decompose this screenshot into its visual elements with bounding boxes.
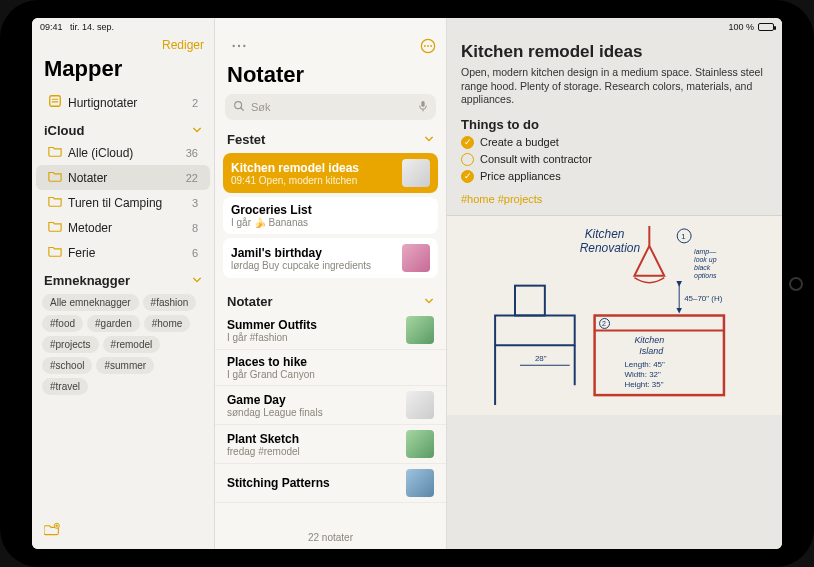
tag-pill[interactable]: #garden: [87, 315, 140, 332]
search-input[interactable]: Søk: [225, 94, 436, 120]
svg-text:Renovation: Renovation: [580, 241, 641, 255]
pinned-note[interactable]: Jamil's birthday lørdag Buy cupcake ingr…: [223, 238, 438, 278]
pinned-header[interactable]: Festet: [215, 126, 446, 149]
note-item-title: Game Day: [227, 393, 400, 407]
quicknotes-label: Hurtignotater: [68, 96, 186, 110]
svg-rect-1: [50, 96, 61, 107]
more-button[interactable]: [420, 38, 436, 58]
quicknotes-folder[interactable]: Hurtignotater 2: [36, 90, 210, 115]
folder-icon: [48, 144, 62, 161]
checkbox-icon[interactable]: [461, 153, 474, 166]
note-thumbnail: [406, 316, 434, 344]
todo-item[interactable]: Create a budget: [461, 136, 768, 149]
folder-label: Turen til Camping: [68, 196, 186, 210]
folder-label: Ferie: [68, 246, 186, 260]
note-thumbnail: [406, 469, 434, 497]
sidebar-folder[interactable]: Notater 22: [36, 165, 210, 190]
svg-text:Island: Island: [639, 346, 664, 356]
search-placeholder: Søk: [251, 101, 412, 113]
status-time: 09:41: [40, 22, 63, 32]
chevron-down-icon: [192, 273, 202, 288]
tag-pill[interactable]: #summer: [96, 357, 154, 374]
note-item-title: Groceries List: [231, 203, 430, 217]
svg-rect-11: [421, 101, 424, 107]
new-folder-button[interactable]: [44, 523, 60, 540]
tag-pill[interactable]: #food: [42, 315, 83, 332]
tag-pill[interactable]: #home: [144, 315, 191, 332]
notes-list-column: Notater Søk Festet Kitchen remodel ideas…: [215, 18, 447, 549]
sidebar-folder[interactable]: Turen til Camping 3: [36, 190, 210, 215]
svg-text:28": 28": [535, 354, 547, 363]
note-item[interactable]: Places to hike I går Grand Canyon: [215, 350, 446, 386]
note-subheading[interactable]: Things to do: [461, 117, 768, 132]
svg-text:lamp—: lamp—: [694, 248, 716, 256]
note-sketch[interactable]: Kitchen Renovation 1 lamp— look up black…: [447, 215, 782, 415]
tags-header: Emneknagger: [44, 273, 130, 288]
note-item-subtitle: søndag League finals: [227, 407, 400, 418]
section-label: iCloud: [44, 123, 84, 138]
chevron-down-icon: [424, 294, 434, 309]
folder-count: 36: [186, 147, 198, 159]
tag-pill[interactable]: #projects: [42, 336, 99, 353]
svg-point-4: [238, 45, 240, 47]
sidebar-folder[interactable]: Alle (iCloud) 36: [36, 140, 210, 165]
checkbox-icon[interactable]: [461, 170, 474, 183]
notes-label: Notater: [227, 294, 273, 309]
notes-header[interactable]: Notater: [215, 288, 446, 311]
svg-text:options: options: [694, 272, 717, 280]
svg-point-8: [427, 45, 429, 47]
folder-icon: [48, 169, 62, 186]
sidebar-title: Mapper: [32, 54, 214, 90]
section-icloud[interactable]: iCloud: [32, 115, 214, 140]
chevron-down-icon: [192, 123, 202, 138]
note-item-title: Kitchen remodel ideas: [231, 161, 396, 175]
quicknotes-count: 2: [192, 97, 198, 109]
pinned-note[interactable]: Kitchen remodel ideas 09:41 Open, modern…: [223, 153, 438, 193]
tag-pill[interactable]: #fashion: [143, 294, 197, 311]
todo-item[interactable]: Consult with contractor: [461, 153, 768, 166]
note-item[interactable]: Stitching Patterns: [215, 464, 446, 503]
note-body-text[interactable]: Open, modern kitchen design in a medium …: [461, 66, 768, 107]
note-item-title: Plant Sketch: [227, 432, 400, 446]
tag-pill[interactable]: #travel: [42, 378, 88, 395]
tag-pill[interactable]: #remodel: [103, 336, 161, 353]
home-button[interactable]: [789, 277, 803, 291]
note-item-title: Jamil's birthday: [231, 246, 396, 260]
pinned-note[interactable]: Groceries List I går 🍌 Bananas: [223, 197, 438, 234]
svg-text:45–70" (H): 45–70" (H): [684, 293, 723, 302]
view-options-button[interactable]: [231, 38, 247, 58]
tag-pill[interactable]: Alle emneknagger: [42, 294, 139, 311]
todo-label: Create a budget: [480, 136, 559, 148]
note-thumbnail: [402, 244, 430, 272]
svg-point-7: [424, 45, 426, 47]
todo-label: Consult with contractor: [480, 153, 592, 165]
folder-count: 3: [192, 197, 198, 209]
note-thumbnail: [406, 391, 434, 419]
note-item[interactable]: Plant Sketch fredag #remodel: [215, 425, 446, 464]
tag-pill[interactable]: #school: [42, 357, 92, 374]
folder-count: 8: [192, 222, 198, 234]
note-item[interactable]: Summer Outfits I går #fashion: [215, 311, 446, 350]
note-item-subtitle: 09:41 Open, modern kitchen: [231, 175, 396, 186]
svg-text:Height: 35": Height: 35": [624, 380, 663, 389]
search-icon: [233, 98, 245, 116]
todo-item[interactable]: Price appliances: [461, 170, 768, 183]
folder-count: 6: [192, 247, 198, 259]
checkbox-icon[interactable]: [461, 136, 474, 149]
edit-button[interactable]: Rediger: [162, 38, 204, 52]
note-title[interactable]: Kitchen remodel ideas: [461, 42, 768, 62]
note-item-subtitle: I går 🍌 Bananas: [231, 217, 430, 228]
pinned-label: Festet: [227, 132, 265, 147]
battery-icon: [758, 23, 774, 31]
list-title: Notater: [215, 60, 446, 94]
section-tags[interactable]: Emneknagger: [32, 265, 214, 290]
svg-text:Length: 45": Length: 45": [624, 360, 665, 369]
sidebar-folder[interactable]: Metoder 8: [36, 215, 210, 240]
svg-rect-22: [515, 286, 545, 316]
dictate-icon[interactable]: [418, 98, 428, 116]
note-hashtags[interactable]: #home #projects: [461, 193, 768, 205]
svg-point-9: [430, 45, 432, 47]
note-item[interactable]: Game Day søndag League finals: [215, 386, 446, 425]
note-item-title: Stitching Patterns: [227, 476, 400, 490]
sidebar-folder[interactable]: Ferie 6: [36, 240, 210, 265]
